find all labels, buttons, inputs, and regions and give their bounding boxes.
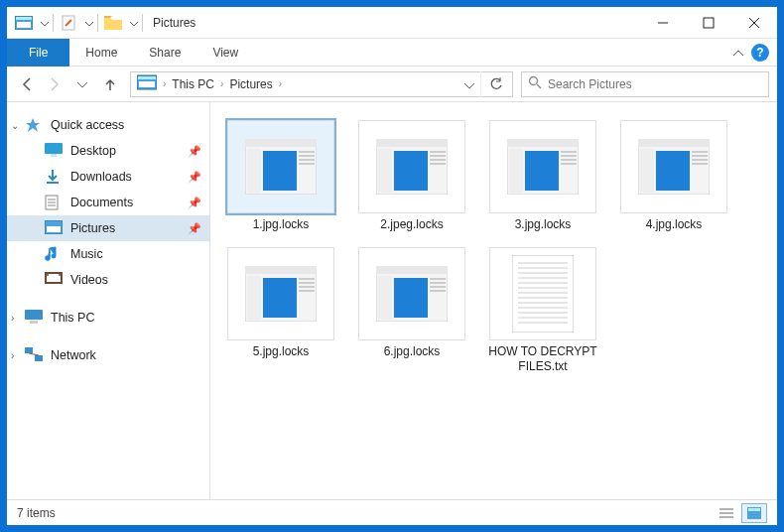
svg-rect-10 bbox=[139, 81, 155, 87]
file-thumbnail bbox=[620, 120, 727, 213]
forward-button[interactable] bbox=[43, 72, 66, 96]
chevron-down-icon[interactable] bbox=[130, 14, 138, 32]
desktop-icon bbox=[45, 143, 63, 159]
sidebar-item-pictures[interactable]: Pictures 📌 bbox=[7, 215, 209, 241]
svg-rect-42 bbox=[394, 151, 428, 191]
svg-rect-50 bbox=[525, 151, 559, 191]
tab-view[interactable]: View bbox=[196, 39, 254, 66]
svg-rect-23 bbox=[47, 274, 61, 282]
tree-toggle-icon[interactable]: ⌄ bbox=[11, 120, 19, 131]
documents-icon bbox=[45, 195, 63, 210]
svg-rect-79 bbox=[512, 255, 574, 332]
pictures-icon bbox=[45, 220, 63, 236]
file-item[interactable]: HOW TO DECRYPT FILES.txt bbox=[482, 243, 603, 379]
pin-icon: 📌 bbox=[188, 222, 201, 235]
chevron-right-icon[interactable]: › bbox=[277, 78, 284, 89]
address-bar[interactable]: › This PC › Pictures › bbox=[130, 71, 513, 97]
file-item[interactable]: 6.jpg.locks bbox=[351, 243, 472, 379]
svg-point-25 bbox=[59, 274, 61, 276]
svg-rect-62 bbox=[692, 163, 708, 165]
svg-line-30 bbox=[29, 353, 39, 355]
properties-icon[interactable] bbox=[58, 12, 79, 34]
svg-rect-59 bbox=[692, 151, 708, 153]
file-thumbnail bbox=[489, 120, 596, 213]
search-input[interactable] bbox=[548, 77, 762, 91]
navigation-bar: › This PC › Pictures › bbox=[7, 66, 777, 102]
tree-toggle-icon[interactable]: › bbox=[11, 313, 14, 324]
videos-icon bbox=[45, 272, 63, 288]
item-count: 7 items bbox=[17, 506, 56, 520]
svg-rect-38 bbox=[299, 163, 315, 165]
svg-rect-65 bbox=[247, 276, 261, 320]
svg-rect-14 bbox=[51, 154, 57, 157]
titlebar: Pictures bbox=[7, 7, 777, 39]
star-icon bbox=[25, 117, 43, 133]
svg-rect-9 bbox=[138, 76, 156, 79]
sidebar-item-desktop[interactable]: Desktop 📌 bbox=[7, 138, 209, 164]
chevron-right-icon[interactable]: › bbox=[161, 78, 168, 89]
svg-rect-66 bbox=[263, 278, 297, 318]
tab-share[interactable]: Share bbox=[133, 39, 196, 66]
ribbon: File Home Share View ? bbox=[7, 39, 777, 66]
window-title: Pictures bbox=[153, 16, 196, 30]
svg-rect-57 bbox=[640, 149, 654, 193]
svg-rect-56 bbox=[638, 139, 710, 147]
file-item[interactable]: 3.jpg.locks bbox=[482, 116, 603, 237]
up-button[interactable] bbox=[98, 72, 122, 96]
breadcrumb-this-pc[interactable]: This PC bbox=[168, 72, 218, 96]
sidebar-network[interactable]: › Network bbox=[7, 342, 209, 368]
sidebar-item-documents[interactable]: Documents 📌 bbox=[7, 190, 209, 215]
sidebar-item-downloads[interactable]: Downloads 📌 bbox=[7, 164, 209, 190]
svg-rect-73 bbox=[378, 276, 392, 320]
thumbnails-view-button[interactable] bbox=[741, 503, 767, 523]
chevron-down-icon[interactable] bbox=[85, 14, 93, 32]
close-button[interactable] bbox=[731, 7, 777, 39]
file-name: 5.jpg.locks bbox=[253, 344, 310, 360]
svg-rect-43 bbox=[430, 151, 446, 153]
file-item[interactable]: 1.jpg.locks bbox=[220, 116, 341, 237]
maximize-button[interactable] bbox=[686, 7, 731, 39]
recent-dropdown[interactable] bbox=[70, 72, 94, 96]
svg-rect-97 bbox=[748, 508, 760, 511]
sidebar-label: Desktop bbox=[70, 144, 116, 158]
file-thumbnail bbox=[227, 247, 334, 340]
sidebar-quick-access[interactable]: ⌄ Quick access bbox=[7, 112, 209, 138]
file-item[interactable]: 2.jpeg.locks bbox=[351, 116, 472, 237]
svg-point-24 bbox=[47, 274, 49, 276]
folder-icon bbox=[102, 12, 124, 34]
sidebar-item-music[interactable]: Music bbox=[7, 241, 209, 267]
svg-rect-75 bbox=[430, 278, 446, 280]
help-icon[interactable]: ? bbox=[751, 44, 769, 62]
back-button[interactable] bbox=[15, 72, 39, 96]
file-thumbnail bbox=[358, 247, 465, 340]
pin-icon: 📌 bbox=[188, 197, 201, 209]
refresh-button[interactable] bbox=[480, 71, 510, 97]
minimize-button[interactable] bbox=[640, 7, 686, 39]
svg-rect-46 bbox=[430, 163, 446, 165]
file-item[interactable]: 4.jpg.locks bbox=[613, 116, 734, 237]
file-name: 4.jpg.locks bbox=[646, 217, 703, 233]
tree-toggle-icon[interactable]: › bbox=[11, 350, 14, 361]
svg-rect-67 bbox=[299, 278, 315, 280]
music-icon bbox=[45, 246, 63, 262]
svg-rect-70 bbox=[299, 290, 315, 292]
file-tab[interactable]: File bbox=[7, 39, 69, 66]
breadcrumb-pictures[interactable]: Pictures bbox=[225, 72, 276, 96]
svg-rect-35 bbox=[299, 151, 315, 153]
svg-rect-51 bbox=[561, 151, 577, 153]
explorer-window: PCrisk.com Pictures F bbox=[6, 6, 778, 526]
chevron-down-icon[interactable] bbox=[41, 14, 49, 32]
expand-ribbon-icon[interactable] bbox=[733, 44, 743, 62]
chevron-right-icon[interactable]: › bbox=[218, 78, 225, 89]
svg-rect-44 bbox=[430, 155, 446, 157]
details-view-button[interactable] bbox=[714, 503, 739, 523]
sidebar-label: Music bbox=[70, 247, 103, 261]
files-pane[interactable]: 1.jpg.locks2.jpeg.locks3.jpg.locks4.jpg.… bbox=[210, 102, 777, 499]
address-dropdown-icon[interactable] bbox=[458, 75, 480, 93]
svg-rect-58 bbox=[656, 151, 690, 191]
sidebar-this-pc[interactable]: › This PC bbox=[7, 305, 209, 331]
tab-home[interactable]: Home bbox=[69, 39, 133, 66]
file-item[interactable]: 5.jpg.locks bbox=[220, 243, 341, 379]
search-box[interactable] bbox=[521, 71, 769, 97]
sidebar-item-videos[interactable]: Videos bbox=[7, 267, 209, 293]
